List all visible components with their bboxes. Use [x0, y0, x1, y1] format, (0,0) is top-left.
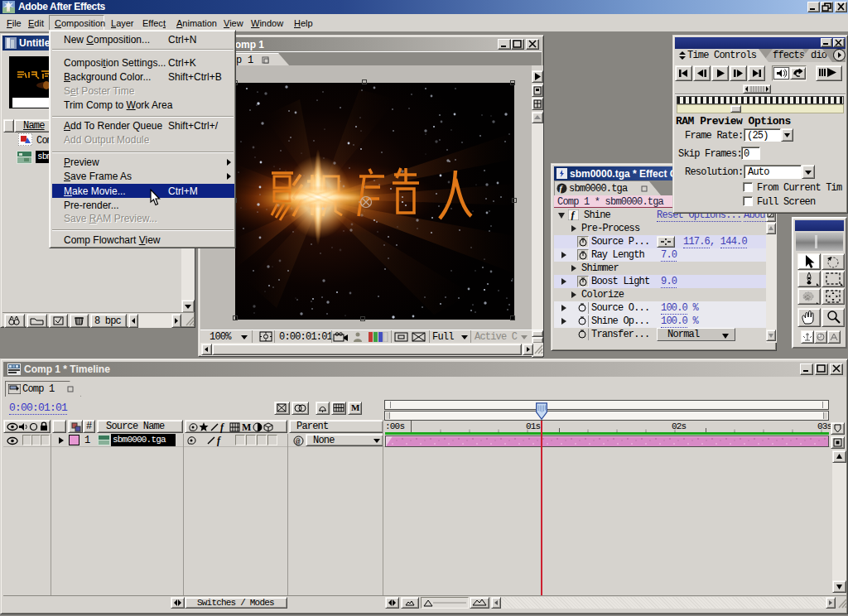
svg-text:@: @: [296, 438, 301, 446]
svg-text:M: M: [242, 421, 251, 432]
svg-text:f: f: [220, 421, 224, 433]
svg-text:f: f: [217, 435, 221, 446]
